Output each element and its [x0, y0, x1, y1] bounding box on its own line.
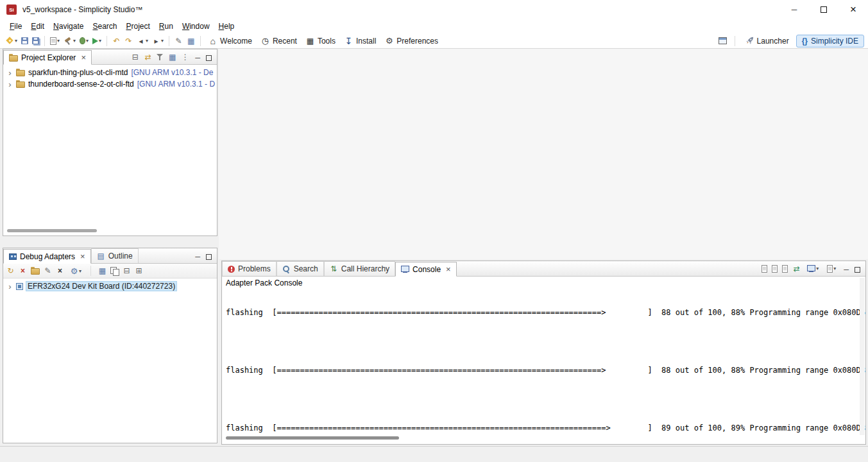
- disconnect-icon[interactable]: ×: [19, 266, 27, 276]
- tree-item-adapter[interactable]: › EFR32xG24 Dev Kit Board (ID:440272723): [3, 280, 217, 292]
- collapse-all-icon[interactable]: ⊟: [123, 266, 131, 276]
- menu-navigate[interactable]: Navigate: [49, 21, 88, 32]
- minimize-view-icon[interactable]: ─: [195, 253, 200, 261]
- project-decoration: [GNU ARM v10.3.1 - De: [131, 68, 213, 77]
- skip-breakpoints-button[interactable]: ▦: [185, 35, 197, 46]
- refresh-icon[interactable]: ↻: [6, 266, 15, 276]
- minimize-view-icon[interactable]: ─: [195, 54, 200, 62]
- maximize-view-icon[interactable]: [855, 267, 860, 273]
- rename-icon[interactable]: ✎: [44, 266, 52, 276]
- adapter-settings-button[interactable]: ⚙ ▾: [68, 266, 83, 277]
- tab-label: Project Explorer: [21, 53, 76, 62]
- dev-kit-icon: [16, 283, 23, 290]
- expand-all-icon[interactable]: ⊞: [135, 266, 143, 276]
- welcome-button[interactable]: ⌂ Welcome: [204, 35, 257, 47]
- menu-project[interactable]: Project: [121, 21, 154, 32]
- debug-button[interactable]: ▾: [78, 37, 90, 45]
- link-with-editor-button[interactable]: ✎: [173, 35, 185, 46]
- run-button[interactable]: ▾: [90, 37, 103, 45]
- back-button[interactable]: ◂ ▾: [135, 35, 150, 46]
- tab-label: Debug Adapters: [20, 252, 75, 261]
- view-menu-icon[interactable]: ⋮: [181, 52, 189, 62]
- tab-debug-adapters[interactable]: Debug Adapters ×: [3, 249, 91, 264]
- debug-adapters-tab-row: Debug Adapters × ▤ Outline ─: [3, 248, 217, 264]
- tree-item-project[interactable]: › sparkfun-thing-plus-ot-cli-mtd [GNU AR…: [3, 67, 217, 78]
- debug-adapters-tree: › EFR32xG24 Dev Kit Board (ID:440272723): [3, 278, 217, 443]
- toolbar-separator: [44, 36, 45, 46]
- new-wizard-button[interactable]: ▾: [4, 36, 19, 46]
- tab-console[interactable]: Console ×: [395, 262, 457, 277]
- close-icon[interactable]: ×: [80, 252, 85, 261]
- tab-call-hierarchy[interactable]: ⇅ Call Hierarchy: [324, 261, 395, 276]
- chevron-down-icon: ▾: [146, 38, 148, 44]
- recent-button[interactable]: ◷ Recent: [257, 35, 302, 47]
- perspective-switcher: Launcher {} Simplicity IDE: [717, 35, 864, 47]
- install-button[interactable]: ↧ Install: [340, 35, 380, 47]
- close-icon[interactable]: ×: [446, 264, 451, 274]
- build-button[interactable]: ▾: [62, 36, 78, 46]
- tab-problems[interactable]: Problems: [222, 261, 277, 276]
- open-perspective-button[interactable]: [717, 37, 729, 45]
- rocket-icon: [745, 37, 754, 45]
- folder-icon[interactable]: [31, 267, 40, 275]
- menu-search[interactable]: Search: [88, 21, 121, 32]
- download-icon: ↧: [345, 36, 353, 46]
- close-button[interactable]: ×: [838, 0, 868, 19]
- minimize-button[interactable]: ─: [779, 0, 809, 19]
- maximize-view-icon[interactable]: [206, 55, 212, 61]
- menu-run[interactable]: Run: [155, 21, 178, 32]
- link-with-editor-icon[interactable]: ⇄: [144, 52, 152, 62]
- chevron-down-icon: ▾: [161, 38, 164, 44]
- menu-window[interactable]: Window: [178, 21, 214, 32]
- new-file-button[interactable]: ▾: [48, 37, 62, 46]
- welcome-label: Welcome: [220, 37, 252, 46]
- maximize-view-icon[interactable]: [206, 254, 212, 260]
- delete-icon[interactable]: ×: [56, 266, 64, 276]
- perspective-launcher-button[interactable]: Launcher: [741, 35, 794, 47]
- tab-outline[interactable]: ▤ Outline: [91, 248, 139, 263]
- maximize-button[interactable]: [809, 0, 838, 19]
- tree-item-project[interactable]: › thunderboard-sense-2-ot-cli-ftd [GNU A…: [3, 78, 217, 90]
- expand-arrow-icon[interactable]: ›: [7, 68, 13, 78]
- console-line: flashing [==============================…: [226, 424, 865, 433]
- menu-help[interactable]: Help: [214, 21, 239, 32]
- filter-icon[interactable]: [157, 53, 164, 60]
- table-view-icon[interactable]: ▦: [98, 266, 106, 276]
- menu-file[interactable]: File: [5, 21, 26, 32]
- perspective-simplicity-ide-button[interactable]: {} Simplicity IDE: [796, 35, 864, 47]
- save-icon: [21, 37, 28, 44]
- forward-button[interactable]: ▸ ▾: [150, 35, 166, 46]
- gear-icon: ⚙: [70, 266, 78, 276]
- horizontal-scrollbar[interactable]: [7, 229, 97, 232]
- display-selected-console-button[interactable]: ▾: [805, 264, 821, 273]
- expand-arrow-icon[interactable]: ›: [7, 80, 13, 89]
- focus-icon[interactable]: ▦: [168, 52, 176, 62]
- tools-button[interactable]: ▦ Tools: [302, 35, 340, 47]
- copy-icon[interactable]: [110, 267, 119, 275]
- expand-arrow-icon[interactable]: ›: [7, 282, 13, 291]
- chevron-down-icon: ▾: [86, 38, 89, 44]
- tab-search[interactable]: Search: [277, 261, 324, 276]
- outline-icon: ▤: [97, 252, 105, 261]
- word-wrap-icon[interactable]: [782, 265, 788, 273]
- close-icon[interactable]: ×: [81, 53, 86, 62]
- collapse-all-icon[interactable]: ⊟: [131, 52, 139, 62]
- save-button[interactable]: [19, 37, 30, 45]
- save-all-button[interactable]: [30, 37, 41, 45]
- open-console-button[interactable]: ▾: [825, 264, 838, 273]
- menu-edit[interactable]: Edit: [26, 21, 49, 32]
- vertical-scrollbar[interactable]: [860, 278, 865, 435]
- scroll-lock-icon[interactable]: [772, 265, 778, 273]
- call-hierarchy-icon: ⇅: [330, 264, 338, 274]
- preferences-button[interactable]: ⚙ Preferences: [380, 35, 443, 47]
- minimize-view-icon[interactable]: ─: [844, 266, 849, 273]
- pin-console-icon[interactable]: ⇄: [792, 264, 801, 273]
- clear-console-icon[interactable]: [762, 265, 767, 273]
- next-edit-location-button[interactable]: ↷: [123, 35, 135, 46]
- last-edit-location-button[interactable]: ↶: [110, 35, 123, 46]
- horizontal-scrollbar[interactable]: [226, 436, 399, 440]
- grid-icon: ▦: [187, 36, 195, 46]
- chevron-down-icon: ▾: [833, 266, 836, 271]
- tab-project-explorer[interactable]: Project Explorer ×: [3, 50, 92, 65]
- console-toolbar: ⇄ ▾ ▾: [759, 264, 841, 276]
